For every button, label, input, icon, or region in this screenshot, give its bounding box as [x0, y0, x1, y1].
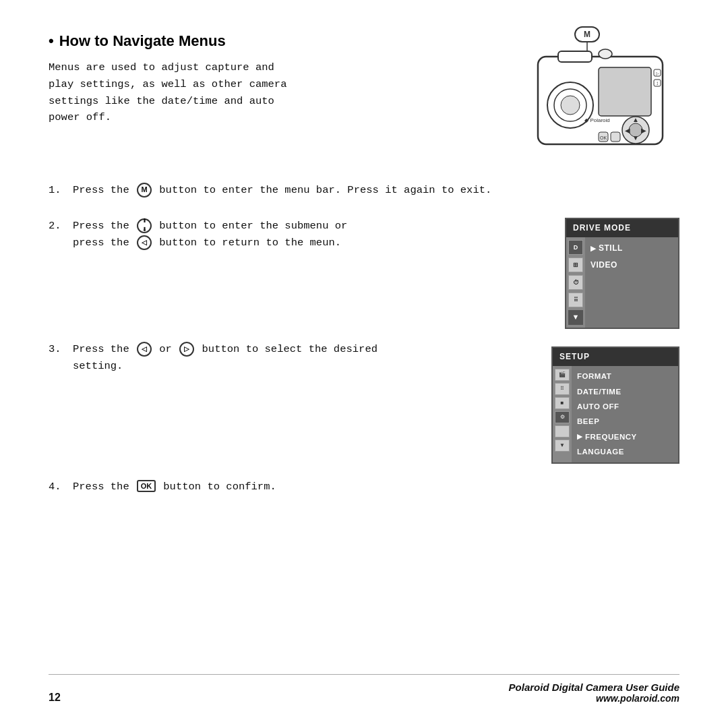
step-4: 4. Press the OK button to confirm.	[49, 479, 679, 495]
svg-text:◆ Polaroid: ◆ Polaroid	[584, 117, 610, 123]
setup-item-frequency: FREQUENCY	[585, 429, 637, 444]
left-nav-icon: ◁	[137, 342, 152, 357]
right-nav-icon: ▷	[179, 342, 194, 357]
drive-mode-items: ▶ STILL VIDEO	[585, 237, 678, 328]
page-title: How to Navigate Menus	[59, 32, 226, 50]
step-3-layout: Press the ◁ or ▷ button to select the de…	[73, 341, 679, 464]
setup-item-language: LANGUAGE	[577, 444, 673, 459]
steps-section: 1. Press the M button to enter the menu …	[49, 182, 679, 495]
svg-rect-4	[558, 51, 592, 62]
setup-item-beep: BEEP	[577, 414, 673, 429]
intro-text: Menus are used to adjust capture and pla…	[49, 59, 286, 126]
svg-text:▶: ▶	[641, 127, 646, 134]
drive-mode-header: DRIVE MODE	[566, 219, 678, 237]
drive-item-arrow: ▶	[590, 243, 596, 255]
footer-brand: Polaroid Digital Camera User Guide www.p…	[509, 681, 679, 704]
step-2-layout: Press the ⬆⬇ button to enter the submenu…	[73, 218, 679, 329]
drive-item-still-row: ▶ STILL	[590, 240, 673, 257]
drive-icon-timer: ⏱	[568, 275, 583, 290]
setup-menu-header: SETUP	[553, 348, 678, 366]
drive-mode-menu-box: DRIVE MODE D ⊞ ⏱ ⠿ ▼ ▶	[565, 218, 679, 329]
m-button-icon: M	[137, 183, 152, 198]
svg-rect-8	[599, 67, 651, 116]
footer-brand-line1: Polaroid Digital Camera User Guide	[509, 681, 679, 693]
drive-mode-menu: DRIVE MODE D ⊞ ⏱ ⠿ ▼ ▶	[565, 218, 679, 329]
camera-diagram: M ▷ ↕ ▲	[518, 26, 679, 160]
up-down-icon: ⬆⬇	[137, 218, 152, 233]
setup-menu-box: SETUP 🎬 ⠿ ■ ⚙ ▼ FORMAT	[551, 346, 679, 464]
setup-icon-empty	[555, 425, 570, 437]
top-section: • How to Navigate Menus Menus are used t…	[49, 32, 679, 160]
setup-item-datetime: DATE/TIME	[577, 384, 673, 399]
drive-item-video: VIDEO	[590, 257, 673, 274]
svg-rect-23	[611, 132, 620, 142]
setup-menu-body: 🎬 ⠿ ■ ⚙ ▼ FORMAT DATE/TIME AUTO OFF	[553, 366, 678, 462]
setup-icon-grid: ⠿	[555, 383, 570, 395]
left-icon: ◁	[137, 235, 152, 250]
svg-text:◀: ◀	[625, 127, 630, 134]
bullet: •	[49, 32, 54, 50]
step-1: 1. Press the M button to enter the menu …	[49, 182, 679, 199]
setup-item-arrow: ▶	[577, 431, 582, 443]
ok-icon: OK	[137, 480, 156, 492]
footer: 12 Polaroid Digital Camera User Guide ww…	[49, 674, 679, 704]
step-2-number: 2.	[49, 218, 73, 235]
drive-icon-burst: ⠿	[568, 293, 583, 307]
drive-item-still: STILL	[599, 240, 623, 257]
svg-text:OK: OK	[600, 135, 607, 140]
step-4-number: 4.	[49, 479, 73, 495]
footer-page-number: 12	[49, 692, 61, 704]
setup-items: FORMAT DATE/TIME AUTO OFF BEEP ▶ FREQUEN…	[572, 366, 678, 462]
setup-item-frequency-row: ▶ FREQUENCY	[577, 429, 673, 444]
svg-text:M: M	[584, 30, 590, 39]
step-2-text: Press the ⬆⬇ button to enter the submenu…	[73, 218, 383, 251]
svg-point-7	[561, 96, 580, 115]
setup-item-autooff: AUTO OFF	[577, 399, 673, 414]
drive-icon-grid: ⊞	[568, 257, 583, 272]
setup-icon-down: ▼	[555, 439, 570, 452]
setup-item-format: FORMAT	[577, 369, 673, 384]
svg-text:▲: ▲	[632, 116, 639, 123]
drive-mode-body: D ⊞ ⏱ ⠿ ▼ ▶ STILL VI	[566, 237, 678, 328]
setup-icon-gear: ⚙	[555, 411, 570, 423]
step-3-text: Press the ◁ or ▷ button to select the de…	[73, 341, 383, 375]
svg-text:↕: ↕	[656, 80, 659, 86]
intro-block: • How to Navigate Menus Menus are used t…	[49, 32, 286, 126]
step-3-number: 3.	[49, 341, 73, 358]
svg-text:▼: ▼	[632, 134, 639, 142]
drive-icon-down: ▼	[568, 310, 583, 325]
section-title: • How to Navigate Menus	[49, 32, 286, 50]
step-1-content: Press the M button to enter the menu bar…	[73, 182, 679, 199]
footer-brand-line2: www.polaroid.com	[509, 693, 679, 704]
setup-menu: SETUP 🎬 ⠿ ■ ⚙ ▼ FORMAT	[551, 341, 679, 464]
drive-mode-icons: D ⊞ ⏱ ⠿ ▼	[566, 237, 585, 328]
svg-text:▷: ▷	[656, 71, 659, 75]
setup-icons: 🎬 ⠿ ■ ⚙ ▼	[553, 366, 572, 462]
step-4-content: Press the OK button to confirm.	[73, 479, 679, 495]
svg-point-20	[599, 49, 612, 59]
drive-icon-d: D	[568, 240, 583, 255]
setup-icon-camera: 🎬	[555, 369, 570, 381]
step-2: 2. Press the ⬆⬇ button to enter the subm…	[49, 218, 679, 329]
step-3: 3. Press the ◁ or ▷ button to select the…	[49, 341, 679, 464]
camera-svg: M ▷ ↕ ▲	[518, 26, 679, 160]
step-1-number: 1.	[49, 182, 73, 199]
setup-icon-square: ■	[555, 397, 570, 409]
page: • How to Navigate Menus Menus are used t…	[0, 0, 728, 728]
